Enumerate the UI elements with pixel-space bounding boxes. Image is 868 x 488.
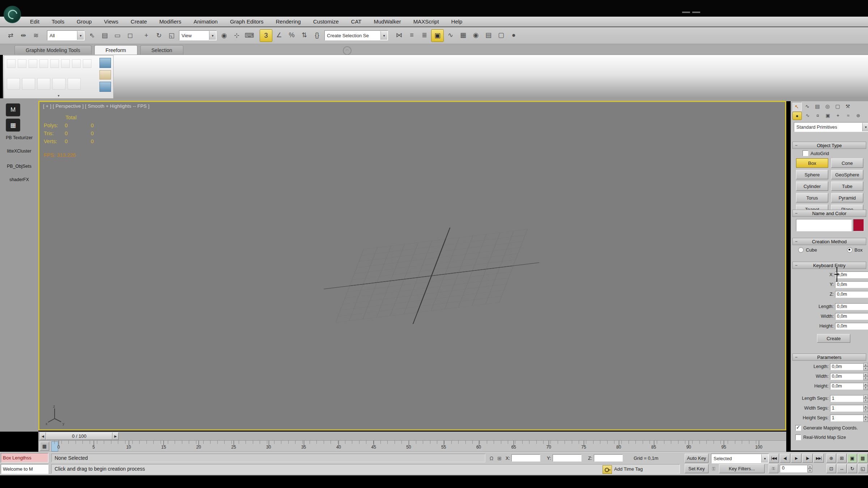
shelf-app-icon[interactable]: M — [6, 103, 20, 116]
box-button[interactable]: Box — [796, 158, 828, 168]
selection-filter-dropdown[interactable]: All▾ — [47, 30, 85, 40]
ribbon-tool-icon[interactable] — [22, 78, 35, 90]
reference-coordinate-dropdown[interactable]: View▾ — [179, 30, 217, 40]
ribbon-tool-icon[interactable] — [7, 59, 16, 68]
time-tag-key-icon[interactable] — [603, 465, 612, 474]
play-button[interactable]: ▶ — [791, 454, 801, 463]
name-color-rollout-header[interactable]: −Name and Color — [792, 210, 866, 217]
keyboard-entry-spinner[interactable]: Height: 0,0m ▲▼ — [813, 322, 868, 330]
shelf-grid-icon[interactable]: ▦ — [6, 119, 20, 132]
material-editor-icon[interactable]: ◉ — [470, 29, 482, 41]
perspective-viewport[interactable]: [ + ] [ Perspective ] [ Smooth + Highlig… — [38, 101, 786, 431]
unlink-selection-icon[interactable]: ⇹ — [17, 30, 29, 42]
maxscript-mini-listener-output[interactable]: Welcome to M — [1, 464, 48, 474]
parameter-spinner[interactable]: Height: 0,0m ▲▼ — [797, 382, 868, 390]
real-world-map-size-checkbox[interactable]: Real-World Map Size — [795, 435, 846, 440]
ribbon-panel-expander[interactable]: ▾ — [4, 94, 113, 98]
named-selection-sets-dropdown[interactable]: Create Selection Se▾ — [324, 30, 388, 40]
parameter-spinner[interactable]: Width Segs: 1 ▲▼ — [797, 404, 868, 412]
cube-radio[interactable]: Cube — [798, 247, 817, 253]
menu-item[interactable]: Views — [98, 18, 125, 25]
box-radio[interactable]: Box — [847, 247, 863, 253]
menu-item[interactable]: Animation — [187, 18, 224, 25]
shelf-item[interactable]: PB_ObjSets — [0, 164, 38, 169]
menu-item[interactable]: Tools — [46, 18, 71, 25]
menu-item[interactable]: Modifiers — [153, 18, 187, 25]
zoom-extents-button[interactable]: ▣ — [847, 454, 857, 463]
ribbon-tool-icon[interactable] — [50, 59, 59, 68]
mini-curve-editor-icon[interactable]: ▦ — [40, 442, 49, 451]
zoom-region-button[interactable]: ⊡ — [826, 464, 836, 473]
ribbon-tool-icon[interactable] — [18, 59, 26, 68]
keyboard-entry-spinner[interactable]: Y: 0,0m ▲▼ — [813, 281, 868, 288]
maximize-viewport-button[interactable]: ◱ — [858, 464, 868, 473]
next-frame-button[interactable]: |▶ — [802, 454, 813, 463]
parameter-spinner[interactable]: Height Segs: 1 ▲▼ — [797, 414, 868, 421]
previous-frame-button[interactable]: ◀| — [780, 454, 790, 463]
set-key-button[interactable]: Set Key — [685, 464, 709, 473]
tab-freeform[interactable]: Freeform — [94, 45, 137, 55]
ribbon-tool-icon[interactable] — [68, 78, 81, 90]
select-object-icon[interactable]: ⇖ — [86, 30, 98, 42]
autogrid-checkbox[interactable] — [803, 150, 808, 156]
keyboard-entry-rollout-header[interactable]: −Keyboard Entry — [792, 262, 866, 269]
key-filters-button[interactable]: Key Filters... — [719, 464, 765, 473]
snaps-toggle-icon[interactable]: 3 — [260, 29, 272, 42]
create-button[interactable]: Create — [817, 334, 850, 343]
select-and-rotate-icon[interactable]: ↻ — [153, 30, 165, 42]
menu-item[interactable]: Graph Editors — [224, 18, 270, 25]
tab-graphite-modeling-tools[interactable]: Graphite Modeling Tools — [14, 45, 92, 55]
object-type-rollout-header[interactable]: −Object Type — [792, 142, 866, 149]
bind-to-space-warp-icon[interactable]: ≋ — [30, 30, 42, 42]
ribbon-tool-icon[interactable] — [83, 59, 92, 68]
spinner-snap-icon[interactable]: ⇅ — [298, 29, 310, 41]
angle-snap-icon[interactable]: ∠ — [273, 29, 285, 41]
go-to-end-button[interactable]: ▶▶| — [813, 454, 824, 463]
ribbon-tool-icon[interactable] — [99, 82, 111, 92]
ribbon-tool-icon[interactable] — [99, 70, 111, 80]
time-slider-handle[interactable]: 0 / 100 — [46, 432, 112, 440]
menu-item[interactable]: Group — [71, 18, 98, 25]
keyboard-entry-spinner[interactable]: Width: 0,0m ▲▼ — [813, 313, 868, 320]
render-production-icon[interactable]: ● — [508, 29, 520, 41]
add-time-tag[interactable]: Add Time Tag — [614, 466, 643, 472]
pan-button[interactable]: ↔ — [837, 464, 847, 473]
pyramid-button[interactable]: Pyramid — [831, 193, 863, 202]
ribbon-tool-icon[interactable] — [52, 78, 65, 90]
render-setup-icon[interactable]: ▤ — [482, 29, 494, 41]
hierarchy-tab[interactable]: ▤ — [813, 102, 822, 110]
menu-item[interactable]: MAXScript — [407, 18, 445, 25]
ribbon-tool-icon[interactable] — [72, 59, 81, 68]
auto-key-button[interactable]: Auto Key — [685, 454, 709, 463]
rendered-frame-icon[interactable]: ▢ — [495, 29, 507, 41]
absolute-mode-icon[interactable]: ⊞ — [495, 454, 503, 462]
frame-spinner[interactable]: ▲▼ — [808, 465, 812, 472]
keyboard-override-icon[interactable]: ⌨ — [243, 30, 255, 42]
menu-item[interactable]: CAT — [345, 18, 368, 25]
select-by-name-icon[interactable]: ▤ — [99, 30, 111, 42]
space-warps-category[interactable]: ≈ — [844, 112, 852, 119]
curve-editor-icon[interactable]: ∿ — [444, 29, 456, 41]
menu-item[interactable]: Customize — [307, 18, 345, 25]
shelf-item[interactable]: litteXCluster — [0, 149, 38, 154]
animation-set-dropdown[interactable]: Selected▾ — [711, 454, 769, 463]
align-icon[interactable]: ≡ — [406, 29, 418, 41]
graphite-ribbon-toggle-icon[interactable]: ▣ — [431, 29, 444, 42]
helpers-category[interactable]: ⌖ — [834, 112, 842, 119]
creation-method-rollout-header[interactable]: −Creation Method — [792, 238, 866, 245]
keyboard-entry-spinner[interactable]: Length: 0,0m ▲▼ — [813, 303, 868, 310]
shelf-item[interactable]: shaderFX — [0, 177, 38, 182]
menu-item[interactable]: MudWalker — [367, 18, 407, 25]
object-color-swatch[interactable] — [853, 219, 864, 231]
ribbon-tool-icon[interactable] — [37, 78, 50, 90]
geosphere-button[interactable]: GeoSphere — [831, 170, 863, 179]
rect-selection-region-icon[interactable]: ▭ — [111, 30, 123, 42]
orbit-button[interactable]: ↻ — [847, 464, 857, 473]
previous-frame-arrow-icon[interactable]: ◀ — [40, 432, 46, 440]
zoom-all-button[interactable]: ⊞ — [837, 454, 847, 463]
modify-tab[interactable]: ∿ — [803, 102, 812, 110]
torus-button[interactable]: Torus — [796, 193, 828, 202]
motion-tab[interactable]: ◎ — [823, 102, 832, 110]
tube-button[interactable]: Tube — [831, 181, 863, 191]
z-coord-field[interactable] — [594, 454, 623, 462]
